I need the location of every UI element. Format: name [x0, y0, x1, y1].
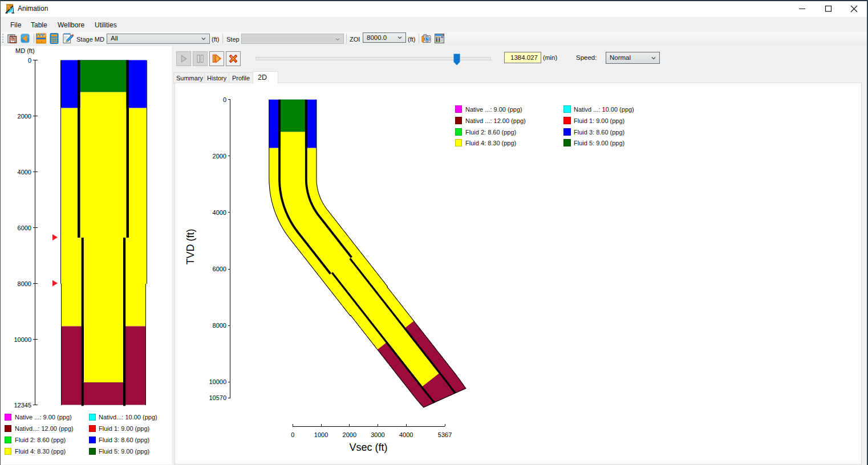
svg-text:Vsec (ft): Vsec (ft) — [349, 442, 387, 453]
svg-text:1000: 1000 — [314, 431, 328, 438]
svg-text:2000: 2000 — [213, 153, 226, 160]
svg-text:10570: 10570 — [209, 394, 226, 401]
svg-text:0: 0 — [223, 96, 226, 103]
svg-text:4000: 4000 — [213, 209, 226, 216]
svg-text:3000: 3000 — [371, 431, 384, 438]
svg-text:5367: 5367 — [438, 431, 452, 438]
svg-text:8000: 8000 — [213, 322, 226, 329]
svg-text:TVD (ft): TVD (ft) — [185, 229, 196, 265]
svg-text:10000: 10000 — [209, 378, 226, 385]
svg-text:2000: 2000 — [343, 431, 356, 438]
svg-text:4000: 4000 — [399, 431, 413, 438]
svg-text:6000: 6000 — [213, 266, 226, 272]
svg-text:0: 0 — [291, 431, 294, 438]
